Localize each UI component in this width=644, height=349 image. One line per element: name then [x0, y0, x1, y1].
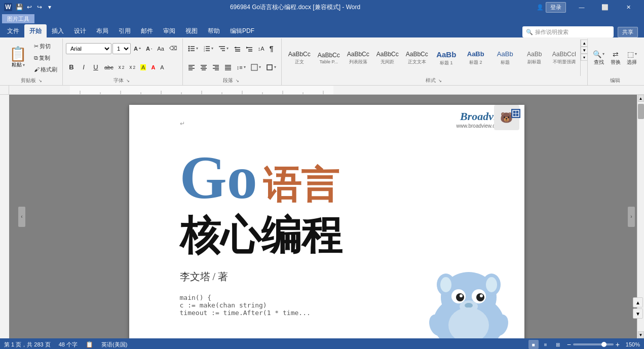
select-button[interactable]: ⬚ ▾ 选择 [625, 49, 639, 67]
shading-button[interactable]: ▾ [249, 62, 263, 73]
style-table-p[interactable]: AaBbCc Table P... [314, 40, 344, 76]
change-case-button[interactable]: Aa [155, 43, 166, 54]
text-effect-button[interactable]: A [158, 62, 166, 73]
redo-quick-btn[interactable]: ↪ [35, 3, 44, 11]
paste-dropdown-arrow: ▾ [23, 63, 25, 67]
decrease-indent-button[interactable] [232, 43, 243, 54]
multi-level-list-button[interactable]: ▾ [216, 43, 231, 54]
bullet-list-button[interactable]: ▾ [186, 43, 200, 54]
minimize-button[interactable]: — [570, 0, 593, 14]
style-h1-label: 标题 1 [440, 60, 453, 66]
styles-more-btn[interactable]: ↘ [437, 78, 443, 84]
style-body-text[interactable]: AaBbCc 正文文本 [402, 40, 432, 76]
scroll-down-button[interactable]: ▼ [638, 331, 644, 338]
bold-button[interactable]: B [66, 62, 77, 73]
scroll-up-button[interactable]: ▲ [638, 95, 644, 102]
scrollbar-thumb[interactable] [638, 104, 644, 119]
align-center-button[interactable] [198, 62, 209, 73]
tab-editpdf[interactable]: 编辑PDF [225, 24, 259, 37]
maximize-button[interactable]: ⬜ [593, 0, 617, 14]
font-name-select[interactable]: Arial [66, 43, 111, 54]
prev-page-button[interactable]: ▲ [633, 297, 643, 307]
search-box[interactable]: 🔍 操作说明搜索 [522, 26, 614, 37]
align-right-button[interactable] [210, 62, 221, 73]
format-painter-button[interactable]: 🖌 格式刷 [32, 64, 59, 75]
print-layout-button[interactable]: ■ [528, 340, 539, 349]
style-h1-preview: AaBb [436, 49, 456, 60]
scroll-left-handle[interactable]: ‹ [18, 207, 25, 227]
increase-indent-button[interactable] [244, 43, 255, 54]
share-button[interactable]: 共享 [618, 27, 638, 37]
strikethrough-button[interactable]: abc [102, 62, 116, 73]
search-icon: 🔍 [526, 29, 533, 35]
scroll-right-handle[interactable]: › [628, 207, 635, 227]
text-highlight-button[interactable]: A [138, 62, 148, 73]
clipboard-more-btn[interactable]: ↘ [37, 78, 44, 84]
line-spacing-button[interactable]: ↕≡ ▾ [235, 62, 248, 73]
style-heading1[interactable]: AaBb 标题 1 [432, 40, 461, 76]
font-more-btn[interactable]: ↘ [125, 78, 131, 84]
tab-design[interactable]: 设计 [69, 24, 91, 37]
find-button[interactable]: 🔍 ▾ 查找 [591, 49, 607, 67]
close-button[interactable]: ✕ [617, 0, 640, 14]
style-normal[interactable]: AaBbCc 正文 [285, 40, 314, 76]
zoom-in-button[interactable]: + [616, 340, 620, 348]
shrink-font-button[interactable]: A- [144, 43, 154, 54]
next-page-button[interactable]: ▼ [633, 308, 643, 319]
style-title[interactable]: AaBb 标题 [490, 40, 520, 76]
tab-home[interactable]: 开始 [24, 24, 47, 37]
tab-file[interactable]: 文件 [2, 24, 24, 37]
tab-review[interactable]: 审阅 [158, 24, 180, 37]
superscript-button[interactable]: x2 [127, 62, 137, 73]
gallery-expand[interactable]: ▾ [581, 54, 587, 61]
sort-button[interactable]: ↕A [256, 43, 267, 54]
justify-button[interactable] [222, 62, 234, 73]
style-list-para[interactable]: AaBbCc 列表段落 [344, 40, 373, 76]
customize-quick-btn[interactable]: ▾ [46, 3, 54, 11]
para-more-btn[interactable]: ↘ [234, 78, 241, 84]
style-subtle-preview: AaBbCcI [552, 50, 576, 59]
gallery-scroll-up[interactable]: ▲ [581, 40, 587, 47]
style-no-space[interactable]: AaBbCc 无间距 [373, 40, 402, 76]
clear-format-button[interactable]: ⌫ [167, 43, 179, 54]
cut-button[interactable]: ✂ 剪切 [32, 41, 59, 52]
svg-rect-39 [251, 64, 257, 70]
document-container[interactable]: ‹ › Broadview www.broadview.com.cn 🐻 ↵ [9, 95, 644, 338]
image-position-button[interactable] [511, 109, 520, 118]
grow-font-button[interactable]: A+ [132, 43, 143, 54]
read-mode-button[interactable]: ⊞ [553, 340, 563, 349]
style-subtle-label: 不明显强调 [553, 59, 576, 65]
language-info: 英语(美国) [101, 341, 127, 348]
italic-button[interactable]: I [78, 62, 89, 73]
show-marks-button[interactable]: ¶ [268, 43, 276, 54]
border-button[interactable]: ▾ [264, 62, 278, 73]
subscript-button[interactable]: x2 [117, 62, 127, 73]
font-color-button[interactable]: A [149, 62, 157, 73]
tab-view[interactable]: 视图 [180, 24, 203, 37]
underline-button[interactable]: U [90, 62, 101, 73]
gallery-scroll-down[interactable]: ▼ [581, 47, 587, 54]
tab-insert[interactable]: 插入 [47, 24, 69, 37]
align-left-button[interactable] [186, 62, 197, 73]
tab-layout[interactable]: 布局 [91, 24, 113, 37]
numbered-list-button[interactable]: 123 ▾ [201, 43, 215, 54]
style-heading2[interactable]: AaBb 标题 2 [461, 40, 490, 76]
tab-references[interactable]: 引用 [113, 24, 136, 37]
replace-button[interactable]: ⇄ 替换 [609, 49, 623, 67]
scroll-area[interactable]: ‹ › Broadview www.broadview.com.cn 🐻 ↵ [9, 95, 644, 338]
tab-mailings[interactable]: 邮件 [136, 24, 158, 37]
font-size-select[interactable]: 10 [112, 43, 131, 54]
tab-help[interactable]: 帮助 [203, 24, 225, 37]
login-button[interactable]: 登录 [546, 2, 566, 13]
zoom-slider[interactable] [573, 343, 614, 345]
style-subtitle[interactable]: AaBb 副标题 [520, 40, 549, 76]
page-info: 第 1 页，共 283 页 [4, 341, 51, 348]
copy-button[interactable]: ⧉ 复制 [32, 52, 59, 63]
zoom-out-button[interactable]: − [567, 340, 571, 348]
paste-button[interactable]: 📋 粘贴 ▾ [5, 45, 31, 70]
style-subtle-emphasis[interactable]: AaBbCcI 不明显强调 [549, 40, 579, 76]
bullet-dropdown: ▾ [196, 46, 198, 51]
web-layout-button[interactable]: ≡ [541, 340, 551, 349]
save-quick-btn[interactable]: 💾 [15, 3, 23, 11]
undo-quick-btn[interactable]: ↩ [25, 3, 33, 11]
